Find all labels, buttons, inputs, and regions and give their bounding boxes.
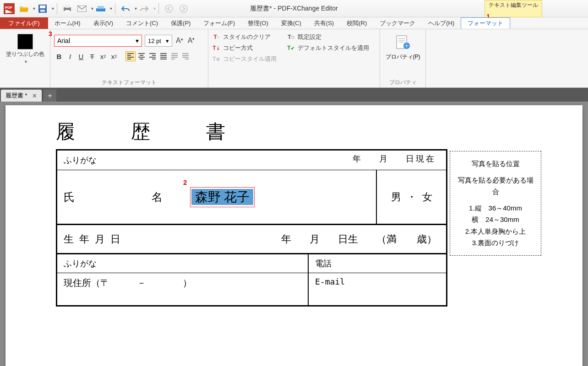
fill-color-swatch[interactable] bbox=[17, 34, 33, 49]
menu-comment[interactable]: コメント(C) bbox=[120, 17, 164, 29]
svg-point-12 bbox=[180, 5, 187, 12]
svg-rect-10 bbox=[98, 6, 104, 9]
address-table: ふりがな 電話 現住所（〒 － ） E-mail bbox=[56, 254, 447, 307]
menu-protect[interactable]: 保護(P) bbox=[164, 17, 197, 29]
doc-heading: 履 歴 書 bbox=[56, 119, 532, 145]
menu-help[interactable]: ヘルプ(H) bbox=[422, 17, 461, 29]
redo-icon[interactable] bbox=[139, 3, 150, 14]
chevron-down-icon: ▾ bbox=[166, 38, 169, 44]
menu-organize[interactable]: 整理(O) bbox=[241, 17, 275, 29]
svg-rect-3 bbox=[40, 5, 45, 8]
preset-button[interactable]: T□既定設定 bbox=[287, 33, 369, 41]
address-label: 現住所（〒 － ） bbox=[57, 273, 309, 305]
align-center-button[interactable] bbox=[136, 51, 147, 61]
svg-rect-7 bbox=[65, 10, 70, 12]
email-label: E-mail bbox=[309, 273, 446, 305]
nav-back-icon[interactable] bbox=[163, 3, 174, 14]
style-clear-button[interactable]: T▫スタイルのクリア bbox=[212, 33, 277, 41]
italic-button[interactable]: I bbox=[65, 51, 75, 61]
chevron-down-icon: ▾ bbox=[136, 37, 139, 44]
resume-table: ふりがな 氏 名 2 森野 花子 男・女 生年月日 年 月 bbox=[56, 149, 447, 254]
copy-style-button[interactable]: T⊕コピースタイル適用 bbox=[212, 55, 277, 63]
properties-label: プロパティ(P) bbox=[386, 53, 420, 61]
photo-placeholder: 写真を貼る位置 写真を貼る必要がある場合 1.縦 36～40mm 横 24～30… bbox=[450, 151, 541, 256]
close-icon[interactable]: ✕ bbox=[32, 92, 37, 99]
nav-fwd-icon[interactable] bbox=[178, 3, 189, 14]
menu-file[interactable]: ファイル(F) bbox=[0, 17, 48, 29]
ribbon-group-text-label: テキストフォーマット bbox=[54, 78, 204, 86]
menu-share[interactable]: 共有(S) bbox=[308, 17, 340, 29]
dob-label: 生年月日 bbox=[64, 232, 126, 246]
svg-rect-9 bbox=[96, 8, 105, 11]
menu-bar: ファイル(F) ホーム(H) 表示(V) コメント(C) 保護(P) フォーム(… bbox=[0, 17, 588, 29]
ribbon-format: 塗りつぶしの色 ▾ Arial ▾ 12 pt ▾ A▴ A▾ B bbox=[0, 29, 588, 88]
menu-format[interactable]: フォーマット bbox=[461, 17, 510, 29]
underline-button[interactable]: U bbox=[76, 51, 86, 61]
app-logo-icon: PDF bbox=[4, 3, 15, 14]
document-tab[interactable]: 履歴書 * ✕ bbox=[1, 90, 42, 102]
mail-icon[interactable] bbox=[76, 3, 87, 14]
apply-default-button[interactable]: T✔デフォルトスタイルを適用 bbox=[287, 44, 369, 52]
align-left-button[interactable] bbox=[125, 51, 136, 61]
superscript-button[interactable]: x2 bbox=[109, 51, 119, 61]
font-size-value: 12 pt bbox=[148, 38, 161, 44]
font-shrink-icon[interactable]: A▾ bbox=[187, 37, 196, 45]
menu-bookmark[interactable]: ブックマーク bbox=[373, 17, 422, 29]
font-family-select[interactable]: Arial ▾ bbox=[54, 35, 142, 47]
sex-cell: 男・女 bbox=[376, 170, 446, 224]
align-justify3-button[interactable] bbox=[180, 51, 191, 61]
menu-home[interactable]: ホーム(H) bbox=[48, 17, 87, 29]
name-edit-selection[interactable]: 2 森野 花子 bbox=[190, 187, 255, 207]
menu-review[interactable]: 校閲(R) bbox=[340, 17, 373, 29]
name-label: 氏 名 bbox=[57, 190, 181, 205]
scan-icon[interactable] bbox=[95, 3, 106, 14]
align-justify2-button[interactable] bbox=[169, 51, 180, 61]
furigana-label: ふりがな bbox=[57, 151, 378, 170]
menu-convert[interactable]: 変換(C) bbox=[275, 17, 308, 29]
svg-point-11 bbox=[165, 5, 173, 12]
date-row: 年月日現在 bbox=[336, 153, 436, 164]
font-size-select[interactable]: 12 pt ▾ bbox=[145, 35, 172, 47]
add-tab-button[interactable]: ＋ bbox=[44, 90, 56, 102]
quick-access-toolbar: PDF ▾ ▾ ▾ ▾ ▾ ▾ 履歴書* - PDF-XChange Edito… bbox=[0, 0, 588, 17]
bold-button[interactable]: B bbox=[54, 51, 64, 61]
copy-method-button[interactable]: T⇣コピー方式 bbox=[212, 44, 277, 52]
dob-fields: 年 月 日生 （満 歳） bbox=[144, 232, 446, 246]
text-edit-tool-hint: テキスト編集ツール bbox=[485, 0, 542, 17]
strike-button[interactable]: T bbox=[87, 51, 97, 61]
font-family-value: Arial bbox=[57, 37, 70, 44]
page-1: 履 歴 書 年月日現在 ふりがな 氏 名 2 森野 花子 男・女 bbox=[5, 105, 583, 366]
print-icon[interactable] bbox=[62, 3, 73, 14]
name-value: 森野 花子 bbox=[191, 189, 253, 205]
properties-icon[interactable] bbox=[394, 33, 412, 51]
menu-view[interactable]: 表示(V) bbox=[87, 17, 120, 29]
align-right-button[interactable] bbox=[147, 51, 158, 61]
document-tab-label: 履歴書 * bbox=[5, 92, 27, 100]
undo-icon[interactable] bbox=[120, 3, 131, 14]
ribbon-group-prop-label: プロパティ bbox=[384, 78, 422, 86]
document-viewport[interactable]: 履 歴 書 年月日現在 ふりがな 氏 名 2 森野 花子 男・女 bbox=[0, 102, 588, 366]
document-tab-bar: 履歴書 * ✕ ＋ bbox=[0, 88, 588, 102]
svg-rect-4 bbox=[40, 10, 45, 12]
callout-3: 3 bbox=[49, 30, 52, 38]
align-justify-button[interactable] bbox=[158, 51, 169, 61]
furigana2-label: ふりがな bbox=[57, 254, 309, 273]
callout-2: 2 bbox=[183, 178, 187, 186]
font-grow-icon[interactable]: A▴ bbox=[175, 37, 184, 45]
fill-color-label: 塗りつぶしの色 bbox=[6, 50, 44, 58]
svg-rect-6 bbox=[65, 5, 70, 8]
svg-text:PDF: PDF bbox=[5, 5, 12, 10]
phone-label: 電話 bbox=[309, 254, 446, 273]
menu-form[interactable]: フォーム(F) bbox=[197, 17, 241, 29]
save-icon[interactable] bbox=[37, 3, 48, 14]
open-icon[interactable] bbox=[18, 3, 29, 14]
window-title: 履歴書* - PDF-XChange Editor bbox=[250, 5, 338, 13]
subscript-button[interactable]: x2 bbox=[98, 51, 108, 61]
